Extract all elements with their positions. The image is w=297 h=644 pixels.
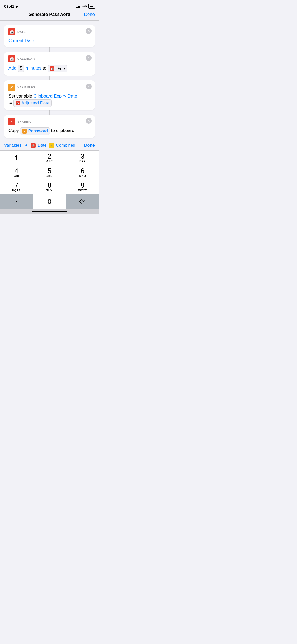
variables-toolbar-label: Variables	[4, 143, 22, 148]
calendar-card: 📅 CALENDAR ✕ Add 5 minutes to 📅 Date	[4, 52, 95, 76]
minutes-value-token[interactable]: 5	[18, 65, 24, 72]
toolbar-variables[interactable]: Variables	[4, 143, 22, 148]
key-8[interactable]: 8 TUV	[33, 180, 66, 194]
minutes-label[interactable]: minutes	[26, 66, 41, 71]
variables-card-category: VARIABLES	[17, 86, 35, 89]
date-token-icon: 📅	[50, 66, 54, 71]
key-0[interactable]: 0	[33, 194, 66, 209]
calendar-card-content: Add 5 minutes to 📅 Date	[8, 65, 91, 72]
to-label-2: to	[8, 100, 12, 105]
password-token[interactable]: x Password	[20, 127, 50, 135]
date-token[interactable]: 📅 Date	[48, 65, 67, 72]
key-6[interactable]: 6 MNO	[66, 165, 99, 180]
current-date-token[interactable]: Current Date	[8, 38, 34, 43]
date-card-header: 📅 DATE	[8, 28, 91, 35]
toolbar-combined-icon: ≡	[49, 143, 54, 148]
key-3[interactable]: 3 DEF	[66, 151, 99, 165]
variables-card: x VARIABLES ✕ Set variable Clipboard Exp…	[4, 80, 95, 110]
shortcuts-toolbar: Variables ✦ 📅 Date ≡ Combined Done	[0, 140, 99, 150]
shortcuts-area: 📅 DATE ✕ Current Date 📅 CALENDAR ✕ Add 5	[0, 21, 99, 140]
calendar-card-category: CALENDAR	[17, 57, 35, 60]
date-card: 📅 DATE ✕ Current Date	[4, 25, 95, 47]
date-toolbar-label: Date	[38, 143, 47, 148]
key-delete[interactable]	[66, 194, 99, 209]
variables-card-close[interactable]: ✕	[86, 84, 92, 89]
key-dot[interactable]: ·	[0, 194, 33, 209]
variables-card-icon: x	[8, 84, 15, 91]
date-card-content: Current Date	[8, 38, 91, 44]
home-indicator	[0, 209, 99, 214]
clipboard-label: to clipboard	[51, 128, 74, 133]
connector-2	[4, 76, 95, 80]
calendar-card-icon: 📅	[8, 55, 15, 62]
status-icons: wifi	[76, 4, 95, 9]
sharing-card-icon: ✂	[8, 118, 15, 125]
toolbar-date[interactable]: 📅 Date	[31, 143, 47, 148]
key-5[interactable]: 5 JKL	[33, 165, 66, 180]
delete-icon	[79, 199, 86, 204]
home-bar	[32, 211, 67, 212]
clipboard-expiry-token[interactable]: Clipboard Expiry Date	[34, 94, 77, 99]
calendar-card-header: 📅 CALENDAR	[8, 55, 91, 62]
sharing-card-header: ✂ SHARING	[8, 118, 91, 125]
date-card-category: DATE	[17, 30, 26, 33]
key-2[interactable]: 2 ABC	[33, 151, 66, 165]
sharing-card-content: Copy x Password to clipboard	[8, 127, 91, 135]
nav-done-button[interactable]: Done	[84, 12, 95, 17]
key-7[interactable]: 7 PQRS	[0, 180, 33, 194]
keypad: 1 2 ABC 3 DEF 4 GHI 5 JKL 6 MNO 7 PQRS 8…	[0, 150, 99, 209]
battery-icon	[88, 4, 95, 9]
variables-card-content: Set variable Clipboard Expiry Date to 📅 …	[8, 93, 91, 107]
key-9[interactable]: 9 WXYZ	[66, 180, 99, 194]
adjusted-date-token[interactable]: 📅 Adjusted Date	[13, 99, 52, 107]
date-card-icon: 📅	[8, 28, 15, 35]
status-bar: 09:41 ▶ wifi	[0, 0, 99, 10]
add-label[interactable]: Add	[8, 66, 16, 71]
signal-icon	[76, 5, 81, 8]
connector-3	[4, 110, 95, 115]
sharing-card: ✂ SHARING ✕ Copy x Password to clipboard	[4, 115, 95, 138]
variables-card-header: x VARIABLES	[8, 84, 91, 91]
set-label: Set variable	[8, 94, 32, 99]
toolbar-done-button[interactable]: Done	[84, 143, 95, 148]
password-token-icon: x	[22, 129, 27, 134]
page-title: Generate Password	[15, 12, 84, 17]
to-label-1: to	[43, 66, 46, 71]
adjusted-date-icon: 📅	[16, 101, 20, 105]
sharing-card-close[interactable]: ✕	[86, 118, 92, 124]
key-4[interactable]: 4 GHI	[0, 165, 33, 180]
toolbar-date-icon: 📅	[31, 143, 36, 148]
nav-bar: Generate Password Done	[0, 10, 99, 20]
sharing-card-category: SHARING	[17, 120, 32, 123]
magic-icon: ✦	[24, 142, 28, 148]
calendar-card-close[interactable]: ✕	[86, 55, 92, 61]
combined-toolbar-label: Combined	[56, 143, 75, 148]
location-icon: ▶	[16, 5, 18, 8]
toolbar-magic[interactable]: ✦	[24, 142, 28, 148]
connector-1	[4, 47, 95, 52]
copy-label: Copy	[8, 128, 19, 133]
date-card-close[interactable]: ✕	[86, 28, 92, 34]
status-time: 09:41 ▶	[4, 4, 18, 8]
key-1[interactable]: 1	[0, 151, 33, 165]
toolbar-combined[interactable]: ≡ Combined	[49, 143, 75, 148]
wifi-icon: wifi	[82, 4, 87, 8]
